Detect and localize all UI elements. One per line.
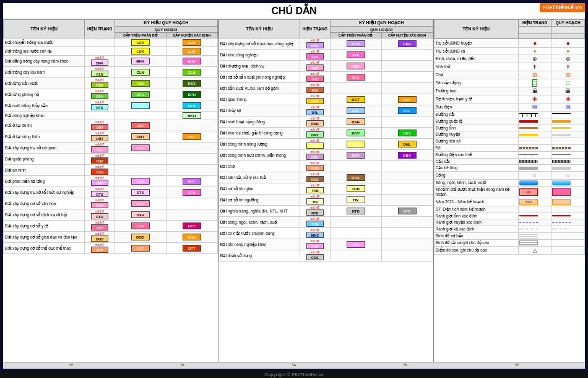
mid-row-ht: mã HT DSH [300, 116, 330, 128]
right-row-ht [518, 226, 551, 233]
right-table-row: Trụ sở UBND huyện ● ● [434, 39, 584, 48]
left-table-row: Đất xây dựng cơ sở giáo dục và đào tạo m… [4, 232, 218, 243]
right-row-qh [551, 187, 585, 198]
left-row-ht [85, 47, 115, 56]
right-row-ht: oNt [518, 187, 551, 198]
right-row-qh [551, 239, 585, 246]
mid-table-row: Đất sông, ngòi, kênh, rạch, suối mã HT S… [218, 217, 433, 228]
right-col-ht-header: HIỆN TRẠNG [518, 20, 551, 27]
right-row-ht: 🏛 [518, 87, 551, 95]
right-table-row: Bệnh viện, trạm y tế ✚ ✚ [434, 95, 584, 103]
left-table-row: Đất xây dựng trụ sở cơ quan mã HT TSC TS… [4, 143, 218, 154]
left-row-ht: mã HT CAN [85, 165, 115, 176]
mid-row-qt2 [381, 50, 433, 61]
left-row-qt2 [166, 143, 217, 154]
right-row-ht: △ [518, 246, 551, 254]
left-table-row: Đất phát triển hạ tầng mã HT DHT DHT DHT [4, 176, 218, 187]
mid-col-capHuyen: CẤP HUYỆN XÁC ĐỊNH [381, 33, 433, 38]
left-row-qt2: DHT [166, 176, 217, 187]
left-table-row: Đất xây dựng trụ sở tổ chức sự nghiệp mã… [4, 187, 218, 198]
left-row-name: Đất nuôi trồng thủy sản [4, 100, 85, 112]
right-table-row: Bình đồ cơ bản [434, 232, 584, 239]
mid-row-qt2: DBV [381, 150, 433, 161]
right-row-qh: □ [551, 79, 585, 87]
left-row-name: Đất xây dựng cơ sở y tế [4, 221, 85, 232]
right-table-row: Cầu bê tông [434, 165, 584, 172]
mid-row-qt2: DTL [381, 105, 433, 116]
mid-table-row: Đất khu vui chơi, giải trí công cộng mã … [218, 128, 433, 139]
left-row-qt1: RSX [115, 78, 166, 89]
mid-row-qt2 [381, 217, 433, 228]
right-row-name: Đường điện cao thế [434, 151, 518, 158]
left-row-qt2 [166, 165, 217, 176]
mid-row-name: Đất sông, ngòi, kênh, rạch, suối [218, 217, 300, 228]
footer-bar: Copyright © FileThietKe.vn [0, 371, 588, 378]
left-row-qt2: CLN [166, 67, 217, 78]
mid-row-name: Đất thủy lợi [218, 105, 300, 116]
mid-row-ht: mã HT SKX [300, 83, 330, 94]
left-section: TÊN KÝ HIỆU HIỆN TRẠNG KÝ HIỆU QUY HOẠCH… [3, 19, 218, 369]
left-row-ht: mã HT BHK [85, 56, 115, 67]
right-row-ht: ● [518, 39, 551, 48]
right-row-qh [551, 158, 585, 165]
left-row-qt1: DTT [115, 243, 166, 254]
left-row-ht: mã HT DHT [85, 176, 115, 187]
right-row-name: Trụ sở UBND huyện [434, 39, 518, 48]
left-row-qt2: LUK [166, 47, 217, 56]
coord-54: ⁵⁴ [292, 363, 296, 368]
left-row-qt1: ONT [115, 131, 166, 143]
right-row-ht [518, 213, 551, 219]
right-table-row: Cống ○ ○ [434, 172, 584, 180]
right-row-ht [518, 180, 551, 187]
left-row-ht: mã HT TSC [85, 143, 115, 154]
right-row-ht [518, 219, 551, 226]
mid-col-qh-header: KÝ HIỆU QUY HOẠCH [330, 20, 433, 27]
left-table-row: Đất bằng trồng cây hàng năm khác mã HT B… [4, 56, 218, 67]
right-row-ht: ⊕ [518, 55, 551, 63]
left-row-qt1: DHT [115, 176, 166, 187]
right-row-ht [518, 138, 551, 145]
mid-row-name: Đất chợ [218, 161, 300, 172]
right-row-ht: ✚ [518, 95, 551, 103]
mid-row-name: Đất cơ sở sản xuất phi nông nghiệp [218, 72, 300, 83]
mid-table-row: Đất giao thông mã HT DGT DGT DGT [218, 94, 433, 105]
mid-row-name: Đất nghĩa trang, nghĩa địa, NTL, NHT [218, 206, 300, 217]
right-row-qh [551, 112, 585, 118]
right-table-row: Đê [434, 144, 584, 151]
left-table-row: Đất rừng sản xuất mã HT RSX RSX RSX [4, 78, 218, 89]
logo-box: FileThiếtKế.vn [540, 3, 586, 12]
mid-row-qt1 [330, 250, 381, 262]
right-table-row: Nhà thờ ✝ ✝ [434, 63, 584, 71]
left-row-name: Đất xây dựng trụ sở tổ chức sự nghiệp [4, 187, 85, 198]
mid-row-ht: mã HT PNK [300, 239, 330, 250]
right-row-qh: ✝ [551, 63, 585, 71]
right-row-ht: 2021 [518, 198, 551, 206]
right-table-row: DT: Diện tích năm kế hoạch [434, 206, 584, 213]
left-row-qt2: ONT [166, 131, 217, 143]
mid-table-row: Đất khu công nghiệp mã HT SKK SKK [218, 50, 433, 61]
left-row-qt1: DYT [115, 221, 166, 232]
right-row-ht: ○ [518, 172, 551, 180]
mid-row-qt2: DKV [381, 128, 433, 139]
content-area: CHÚ DẪN TÊN KÝ HIỆU [3, 3, 585, 369]
right-row-name: Bình đồ cải và ghi chú độ cao [434, 239, 518, 246]
left-row-qt2: RSX [166, 78, 217, 89]
left-row-qt1: ODT [115, 120, 166, 131]
mid-table-row: Đất công trình bưu chính, viễn thông mã … [218, 150, 433, 161]
right-row-qh [551, 131, 585, 138]
left-row-qt2: DGD [166, 232, 217, 243]
left-row-name: Đất xây dựng cơ sở văn hóa [4, 198, 85, 209]
mid-table-row: Đất bãi thải, xử lý rác thải mã HT DRA D… [218, 172, 433, 183]
left-row-ht: mã HT DTS [85, 187, 115, 198]
right-table-row: Đường điện cao thế ⌁⌁ [434, 151, 584, 158]
mid-row-qt1: SKC [330, 72, 381, 83]
left-row-qt1: LUA [115, 38, 166, 47]
right-row-ht [518, 118, 551, 125]
mid-row-ht: mã HT DBV [300, 150, 330, 161]
right-row-ht: ● [518, 48, 551, 55]
mid-row-qt2 [381, 183, 433, 195]
left-row-qt2: NTS [166, 100, 217, 112]
mid-row-qt2 [381, 195, 433, 206]
mid-table-row: Đất cơ sở tín ngưỡng mã HT TIN TIN [218, 195, 433, 206]
mid-row-name: Đất xây dựng cơ sở khoa học-công nghệ [218, 38, 300, 50]
